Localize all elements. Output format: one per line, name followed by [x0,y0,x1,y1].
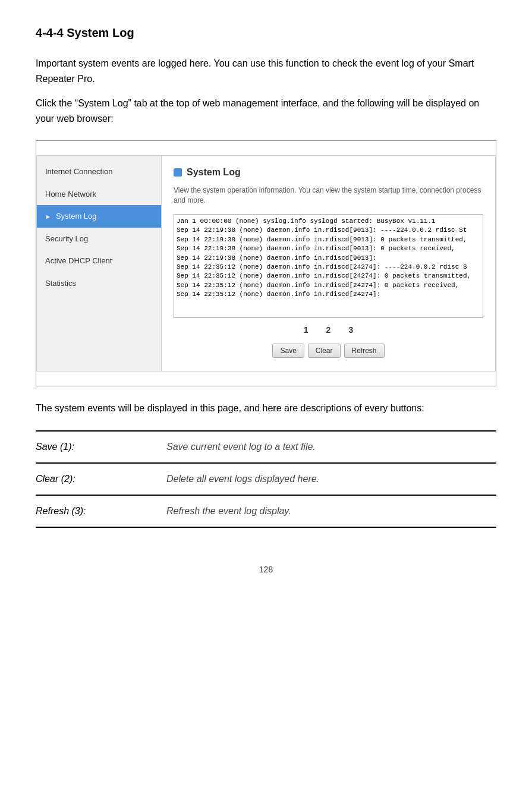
active-arrow-icon: ► [45,212,51,221]
description-label: Save (1): [36,431,166,463]
sidebar-item-active-dhcp-client[interactable]: Active DHCP Client [37,250,161,272]
sidebar-item-statistics[interactable]: Statistics [37,272,161,295]
main-panel-title: System Log [174,165,483,180]
button-row: Save Clear Refresh [174,340,483,361]
description-row: Save (1):Save current event log to a tex… [36,431,496,463]
button-number-row: 1 2 3 [174,324,483,336]
page-number: 128 [36,563,496,576]
number-1: 1 [304,324,309,336]
log-line: Sep 14 22:35:12 (none) daemon.info in.rd… [177,290,480,299]
log-line: Sep 14 22:35:12 (none) daemon.info in.rd… [177,281,480,290]
log-line: Sep 14 22:19:38 (none) daemon.info in.rd… [177,235,480,244]
sidebar-label-home-network: Home Network [45,188,96,200]
sidebar-label-internet-connection: Internet Connection [45,166,112,178]
log-line: Sep 14 22:35:12 (none) daemon.info in.rd… [177,263,480,272]
refresh-button[interactable]: Refresh [344,344,385,358]
number-3: 3 [348,324,353,336]
save-button[interactable]: Save [272,344,304,358]
description-row: Clear (2):Delete all event logs displaye… [36,463,496,495]
main-description: View the system operation information. Y… [174,185,483,206]
main-panel: System Log View the system operation inf… [162,156,495,371]
post-paragraph: The system events will be displayed in t… [36,401,496,416]
intro-paragraph-1: Important system events are logged here.… [36,56,496,86]
sidebar: Internet Connection Home Network ► Syste… [37,156,162,371]
title-icon [174,168,182,177]
page-title: 4-4-4 System Log [36,24,496,42]
screenshot-inner: Internet Connection Home Network ► Syste… [36,155,496,371]
sidebar-item-security-log[interactable]: Security Log [37,228,161,250]
sidebar-label-security-log: Security Log [45,233,88,245]
number-2: 2 [326,324,331,336]
descriptions-table: Save (1):Save current event log to a tex… [36,430,496,528]
screenshot-container: Internet Connection Home Network ► Syste… [36,140,496,386]
log-line: Sep 14 22:35:12 (none) daemon.info in.rd… [177,272,480,281]
description-text: Refresh the event log display. [166,495,496,527]
log-line: Sep 14 22:19:38 (none) daemon.info in.rd… [177,226,480,235]
log-display[interactable]: Jan 1 00:00:00 (none) syslog.info syslog… [174,214,483,318]
log-line: Sep 14 22:19:38 (none) daemon.info in.rd… [177,244,480,253]
sidebar-item-internet-connection[interactable]: Internet Connection [37,160,161,183]
main-title-text: System Log [187,165,241,180]
description-label: Clear (2): [36,463,166,495]
sidebar-item-system-log[interactable]: ► System Log [37,205,161,228]
sidebar-label-system-log: System Log [56,210,97,222]
log-line: Sep 14 22:19:38 (none) daemon.info in.rd… [177,254,480,263]
log-line: Jan 1 00:00:00 (none) syslog.info syslog… [177,217,480,226]
description-text: Delete all event logs displayed here. [166,463,496,495]
description-row: Refresh (3):Refresh the event log displa… [36,495,496,527]
intro-paragraph-2: Click the “System Log” tab at the top of… [36,96,496,126]
description-text: Save current event log to a text file. [166,431,496,463]
sidebar-label-statistics: Statistics [45,278,76,289]
description-label: Refresh (3): [36,495,166,527]
sidebar-label-active-dhcp-client: Active DHCP Client [45,255,112,267]
sidebar-item-home-network[interactable]: Home Network [37,183,161,206]
clear-button[interactable]: Clear [308,344,341,358]
